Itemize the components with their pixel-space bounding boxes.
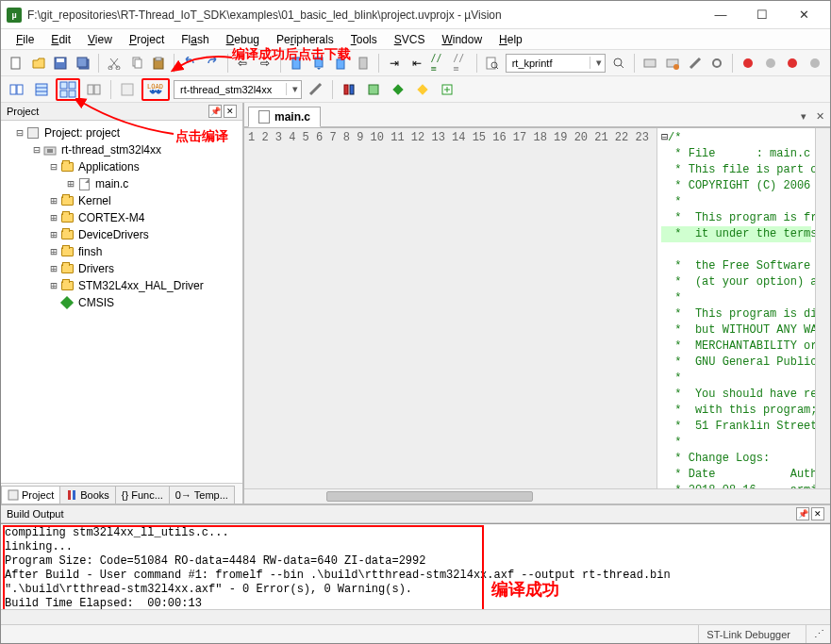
tab-dropdown-icon[interactable]: ▾ bbox=[797, 110, 810, 124]
tree-group-hal[interactable]: ⊞ STM32L4xx_HAL_Driver bbox=[3, 277, 241, 294]
gray-dot2-icon[interactable] bbox=[806, 53, 824, 74]
save-icon[interactable] bbox=[52, 53, 71, 74]
find-combo[interactable]: rt_kprintf ▾ bbox=[506, 54, 607, 73]
pack-icon[interactable] bbox=[388, 79, 408, 100]
red-dot2-icon[interactable] bbox=[784, 53, 803, 74]
menu-project[interactable]: Project bbox=[122, 31, 172, 48]
menu-window[interactable]: Window bbox=[434, 31, 490, 48]
save-all-icon[interactable] bbox=[74, 53, 92, 74]
tree-group-devicedrivers[interactable]: ⊞ DeviceDrivers bbox=[3, 226, 241, 243]
outdent-icon[interactable]: ⇤ bbox=[407, 53, 426, 74]
toolbar-row-2: LOAD rt-thread_stm32l4xx ▾ bbox=[1, 76, 830, 103]
tab-functions[interactable]: {} Func... bbox=[115, 486, 170, 504]
tree-group-drivers[interactable]: ⊞ Drivers bbox=[3, 260, 241, 277]
project-tree[interactable]: ⊟ Project: project ⊟ rt-thread_stm32l4xx… bbox=[1, 121, 242, 483]
menu-view[interactable]: View bbox=[80, 31, 120, 48]
menu-svcs[interactable]: SVCS bbox=[387, 31, 433, 48]
tree-group-cortex[interactable]: ⊞ CORTEX-M4 bbox=[3, 209, 241, 226]
tree-target[interactable]: ⊟ rt-thread_stm32l4xx bbox=[3, 141, 241, 158]
file-ext-icon[interactable] bbox=[363, 79, 384, 100]
uncomment-icon[interactable]: //≡ bbox=[452, 53, 471, 74]
hscrollbar[interactable] bbox=[244, 488, 830, 504]
panel-close-icon[interactable]: ✕ bbox=[224, 105, 237, 118]
undo-icon[interactable] bbox=[180, 53, 199, 74]
panel-pin-icon[interactable]: 📌 bbox=[796, 507, 809, 520]
batch-build-icon[interactable] bbox=[84, 79, 105, 100]
svg-point-23 bbox=[766, 58, 775, 68]
nav-back-icon[interactable]: ⇦ bbox=[234, 53, 253, 74]
paste-icon[interactable] bbox=[149, 53, 168, 74]
tab-close-icon[interactable]: ✕ bbox=[813, 110, 826, 124]
event-icon[interactable] bbox=[437, 79, 457, 100]
build-output-body[interactable]: compiling stm32l4xx_ll_utils.c... linkin… bbox=[1, 523, 830, 609]
cut-icon[interactable] bbox=[105, 53, 124, 74]
indent-icon[interactable]: ⇥ bbox=[385, 53, 404, 74]
build-hscrollbar[interactable] bbox=[1, 609, 830, 624]
minimize-button[interactable]: — bbox=[700, 1, 741, 29]
editor-area: main.c ▾ ✕ 1 2 3 4 5 6 7 8 9 10 11 12 13… bbox=[244, 103, 830, 504]
comment-icon[interactable]: //≡ bbox=[429, 53, 448, 74]
options-icon[interactable] bbox=[306, 79, 326, 100]
manage-books-icon[interactable] bbox=[339, 79, 359, 100]
tree-root[interactable]: ⊟ Project: project bbox=[3, 124, 241, 141]
copy-icon[interactable] bbox=[127, 53, 146, 74]
code-editor[interactable]: 1 2 3 4 5 6 7 8 9 10 11 12 13 14 15 16 1… bbox=[244, 127, 830, 488]
svg-rect-12 bbox=[315, 58, 323, 67]
menu-help[interactable]: Help bbox=[491, 31, 530, 48]
translate-icon[interactable] bbox=[7, 79, 27, 100]
find-icon[interactable] bbox=[609, 53, 628, 74]
dropdown-arrow-icon[interactable]: ▾ bbox=[590, 57, 605, 69]
svg-rect-18 bbox=[644, 59, 656, 67]
menu-edit[interactable]: Edit bbox=[43, 31, 78, 48]
bookmark-icon[interactable] bbox=[287, 53, 306, 74]
tree-group-applications[interactable]: ⊟ Applications bbox=[3, 158, 241, 175]
vscrollbar[interactable] bbox=[815, 128, 830, 488]
tab-books[interactable]: Books bbox=[59, 486, 116, 504]
new-file-icon[interactable] bbox=[7, 53, 25, 74]
rte-icon[interactable] bbox=[412, 79, 433, 100]
svg-rect-30 bbox=[69, 82, 75, 89]
gray-dot-icon[interactable] bbox=[761, 53, 780, 74]
rebuild-icon[interactable] bbox=[56, 78, 80, 101]
close-button[interactable]: ✕ bbox=[783, 1, 824, 29]
nav-fwd-icon[interactable]: ⇨ bbox=[256, 53, 274, 74]
tree-file-main-c[interactable]: ⊞ main.c bbox=[3, 175, 241, 192]
open-icon[interactable] bbox=[29, 53, 48, 74]
menu-peripherals[interactable]: Peripherals bbox=[269, 31, 341, 48]
panel-pin-icon[interactable]: 📌 bbox=[208, 105, 222, 118]
svg-rect-32 bbox=[69, 91, 75, 97]
bookmark-prev-icon[interactable] bbox=[309, 53, 328, 74]
dropdown-arrow-icon[interactable]: ▾ bbox=[286, 83, 301, 95]
gear-wrench-icon[interactable] bbox=[686, 53, 705, 74]
code-content[interactable]: ⊟/* * File : main.c * This file is part … bbox=[657, 128, 815, 488]
svg-point-20 bbox=[673, 64, 679, 70]
debug-settings-icon[interactable] bbox=[663, 53, 682, 74]
svg-rect-10 bbox=[156, 58, 161, 60]
gear-icon[interactable] bbox=[707, 53, 726, 74]
bookmark-clear-icon[interactable] bbox=[354, 53, 373, 74]
file-tab-main[interactable]: main.c bbox=[248, 107, 321, 127]
svg-rect-46 bbox=[68, 490, 71, 500]
bookmark-next-icon[interactable] bbox=[332, 53, 351, 74]
menu-tools[interactable]: Tools bbox=[343, 31, 385, 48]
red-dot-icon[interactable] bbox=[739, 53, 757, 74]
download-icon[interactable]: LOAD bbox=[141, 78, 170, 101]
panel-close-icon[interactable]: ✕ bbox=[811, 507, 824, 520]
status-debugger: ST-Link Debugger bbox=[698, 625, 798, 643]
menu-file[interactable]: File bbox=[8, 31, 42, 48]
build-target-icon[interactable] bbox=[31, 79, 52, 100]
target-combo[interactable]: rt-thread_stm32l4xx ▾ bbox=[174, 80, 302, 99]
menu-debug[interactable]: Debug bbox=[219, 31, 267, 48]
redo-icon[interactable] bbox=[203, 53, 222, 74]
tree-group-cmsis[interactable]: CMSIS bbox=[3, 294, 241, 311]
tree-group-kernel[interactable]: ⊞ Kernel bbox=[3, 192, 241, 209]
debug-config-icon[interactable] bbox=[640, 53, 659, 74]
menu-flash[interactable]: Flash bbox=[174, 31, 216, 48]
tab-project[interactable]: Project bbox=[1, 486, 60, 504]
maximize-button[interactable]: ☐ bbox=[741, 1, 783, 29]
tree-group-finsh[interactable]: ⊞ finsh bbox=[3, 243, 241, 260]
stop-build-icon[interactable] bbox=[117, 79, 138, 100]
find-in-files-icon[interactable] bbox=[483, 53, 502, 74]
status-resize-grip[interactable]: ⋰ bbox=[806, 625, 824, 643]
tab-templates[interactable]: 0→ Temp... bbox=[169, 486, 235, 504]
